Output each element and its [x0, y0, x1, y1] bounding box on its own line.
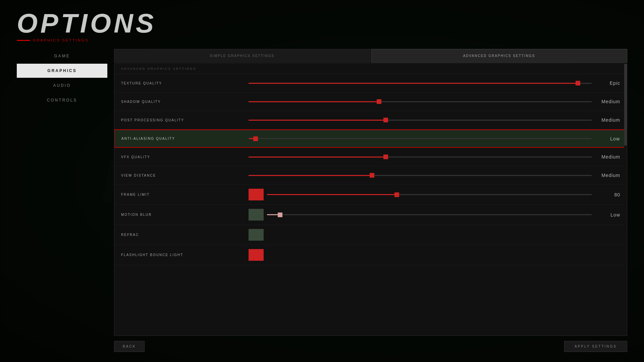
slider-fill-shadow	[249, 101, 379, 102]
slider-frame-limit[interactable]: 80	[267, 192, 620, 197]
setting-row-flashlight: FLASHLIGHT BOUNCE LIGHT	[114, 245, 627, 265]
slider-thumb-fl[interactable]	[394, 192, 399, 197]
slider-track-mb[interactable]	[267, 214, 592, 215]
slider-value-fl: 80	[597, 192, 620, 197]
slider-track-vfx[interactable]	[249, 157, 592, 158]
slider-fill-vd	[249, 175, 372, 176]
tabs-row: SIMPLE GRAPHICS SETTINGS ADVANCED GRAPHI…	[114, 49, 627, 63]
slider-value-vd: Medium	[597, 173, 620, 178]
slider-fill-post	[249, 120, 386, 121]
toggle-motion-blur[interactable]	[249, 209, 264, 221]
right-panel: SIMPLE GRAPHICS SETTINGS ADVANCED GRAPHI…	[114, 49, 627, 352]
slider-shadow[interactable]: Medium	[249, 99, 620, 104]
subtitle-text: GRAPHICS SETTINGS	[33, 38, 89, 42]
sidebar-item-game[interactable]: GAME	[17, 49, 107, 63]
slider-post-processing[interactable]: Medium	[249, 117, 620, 123]
sidebar-item-audio[interactable]: AUDIO	[17, 78, 107, 93]
setting-name-shadow: SHADOW QUALITY	[121, 100, 249, 104]
slider-thumb-post[interactable]	[383, 118, 388, 122]
setting-row-motion-blur: MOTION BLUR Low	[114, 205, 627, 225]
setting-row-vfx: VFX QUALITY Medium	[114, 148, 627, 166]
setting-name-anti-aliasing: ANTI-ALIASING QUALITY	[121, 137, 249, 140]
slider-fill-fl	[267, 194, 397, 195]
slider-thumb-mb[interactable]	[278, 213, 282, 217]
slider-value-vfx: Medium	[597, 154, 620, 160]
tab-simple[interactable]: SIMPLE GRAPHICS SETTINGS	[114, 49, 370, 63]
apply-button[interactable]: APPLY SETTINGS	[564, 341, 627, 352]
toggle-frame-limit[interactable]	[249, 189, 264, 200]
setting-name-flashlight: FLASHLIGHT BOUNCE LIGHT	[121, 253, 249, 257]
setting-row-frame-limit: FRAME LIMIT 80	[114, 185, 627, 205]
settings-panel: ADVANCED GRAPHICS SETTINGS TEXTURE QUALI…	[114, 63, 627, 336]
subtitle-line	[17, 40, 30, 41]
slider-vfx[interactable]: Medium	[249, 154, 620, 160]
setting-row-refrac: REFRAC	[114, 225, 627, 245]
slider-thumb-texture[interactable]	[576, 81, 580, 85]
slider-motion-blur[interactable]: Low	[267, 212, 620, 218]
sidebar-item-graphics[interactable]: GRAPHICS	[17, 64, 107, 78]
setting-row-anti-aliasing: ANTI-ALIASING QUALITY Low	[114, 129, 627, 148]
main-container: OPTIONS GRAPHICS SETTINGS GAME GRAPHICS …	[0, 0, 644, 362]
setting-name-vfx: VFX QUALITY	[121, 155, 249, 159]
subtitle-bar: GRAPHICS SETTINGS	[17, 38, 627, 42]
slider-value-aa: Low	[596, 136, 620, 141]
slider-anti-aliasing[interactable]: Low	[249, 136, 620, 141]
setting-row-view-distance: VIEW DISTANCE Medium	[114, 166, 627, 185]
slider-thumb-vd[interactable]	[370, 173, 374, 178]
slider-track-shadow[interactable]	[249, 101, 592, 102]
slider-value-texture: Epic	[597, 80, 620, 86]
slider-value-post: Medium	[597, 117, 620, 123]
content-area: GAME GRAPHICS AUDIO CONTROLS SIMPLE GRAP…	[0, 46, 644, 362]
title-area: OPTIONS GRAPHICS SETTINGS	[0, 0, 644, 46]
setting-name-view-distance: VIEW DISTANCE	[121, 174, 249, 177]
toggle-refrac[interactable]	[249, 229, 264, 241]
slider-fill-texture	[249, 83, 578, 84]
slider-value-shadow: Medium	[597, 99, 620, 104]
slider-fill-vfx	[249, 157, 386, 158]
settings-list[interactable]: TEXTURE QUALITY Epic SHADOW QUALITY	[114, 74, 627, 336]
sidebar: GAME GRAPHICS AUDIO CONTROLS	[17, 49, 107, 352]
slider-thumb-aa[interactable]	[253, 136, 258, 141]
setting-row-texture-quality: TEXTURE QUALITY Epic	[114, 74, 627, 93]
toggle-flashlight[interactable]	[249, 249, 264, 261]
slider-texture[interactable]: Epic	[249, 80, 620, 86]
setting-name-frame-limit: FRAME LIMIT	[121, 193, 249, 196]
setting-name-texture: TEXTURE QUALITY	[121, 81, 249, 85]
slider-value-mb: Low	[597, 212, 620, 218]
slider-track-fl[interactable]	[267, 194, 592, 195]
bottom-bar: BACK APPLY SETTINGS	[114, 336, 627, 352]
setting-name-motion-blur: MOTION BLUR	[121, 213, 249, 217]
slider-track-post[interactable]	[249, 120, 592, 121]
page-title: OPTIONS	[17, 10, 627, 37]
back-button[interactable]: BACK	[114, 341, 145, 352]
scrollbar-track[interactable]	[624, 64, 627, 336]
slider-view-distance[interactable]: Medium	[249, 173, 620, 178]
slider-thumb-shadow[interactable]	[377, 99, 381, 104]
setting-row-shadow-quality: SHADOW QUALITY Medium	[114, 93, 627, 111]
setting-row-post-processing: POST PROCESSING QUALITY Medium	[114, 111, 627, 129]
slider-track-vd[interactable]	[249, 175, 592, 176]
settings-panel-title: ADVANCED GRAPHICS SETTINGS	[114, 64, 627, 74]
sidebar-item-controls[interactable]: CONTROLS	[17, 93, 107, 107]
slider-thumb-vfx[interactable]	[383, 155, 388, 159]
setting-name-post-processing: POST PROCESSING QUALITY	[121, 118, 249, 122]
slider-track-texture[interactable]	[249, 83, 592, 84]
slider-track-aa[interactable]	[249, 138, 591, 139]
scrollbar-thumb[interactable]	[624, 64, 627, 145]
tab-advanced[interactable]: ADVANCED GRAPHICS SETTINGS	[371, 49, 627, 63]
setting-name-refrac: REFRAC	[121, 233, 249, 237]
